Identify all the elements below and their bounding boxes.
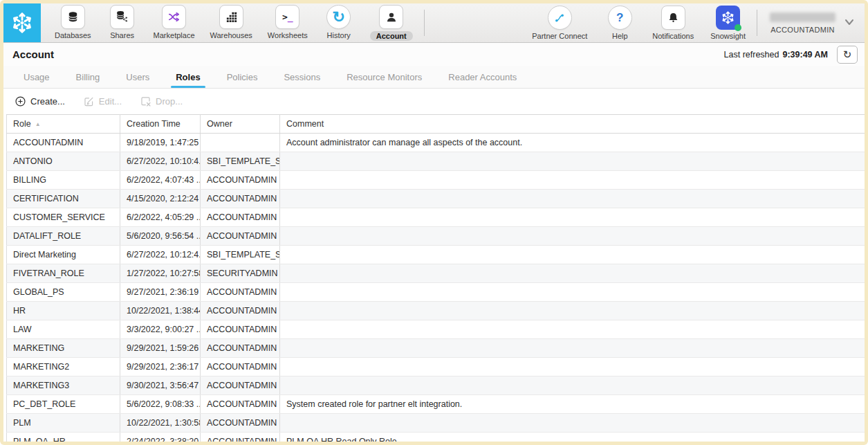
cell-comment (280, 208, 865, 227)
table-row[interactable]: Direct Marketing 6/27/2022, 10:12:4... S… (7, 246, 865, 264)
chevron-down-icon[interactable] (844, 17, 855, 29)
nav-shares[interactable]: Shares (107, 5, 138, 39)
nav-snowsight[interactable]: Snowsight (710, 6, 746, 40)
nav-databases[interactable]: Databases (55, 5, 91, 39)
tab-bar: Usage Billing Users Roles Policies Sessi… (3, 66, 865, 89)
nav-worksheets[interactable]: >_ Worksheets (268, 5, 308, 39)
table-row[interactable]: ACCOUNTADMIN 9/18/2019, 1:47:25 ... Acco… (7, 134, 865, 152)
table-row[interactable]: LAW 3/3/2022, 9:00:27 ... ACCOUNTADMIN (7, 320, 865, 339)
cell-creation-time: 9/29/2021, 2:36:17 ... (120, 358, 201, 376)
table-row[interactable]: DATALIFT_ROLE 5/6/2020, 9:56:54 ... ACCO… (7, 227, 865, 246)
status-green-dot (735, 24, 741, 31)
last-refreshed: Last refreshed 9:39:49 AM ↻ (724, 46, 858, 64)
cell-comment (280, 376, 865, 395)
nav-help[interactable]: ? Help (604, 6, 636, 40)
table-row[interactable]: HR 10/22/2021, 1:38:44... ACCOUNTADMIN (7, 302, 865, 320)
worksheets-icon: >_ (275, 5, 299, 29)
cell-comment (280, 171, 865, 190)
cell-creation-time: 5/6/2020, 9:56:54 ... (120, 227, 201, 246)
marketplace-icon (162, 5, 186, 29)
column-header-comment[interactable]: Comment (280, 115, 865, 134)
tab-sessions[interactable]: Sessions (270, 66, 333, 88)
user-role-label: ACCOUNTADMIN (770, 26, 835, 34)
column-header-role[interactable]: Role▲ (7, 115, 120, 134)
nav-label: Databases (55, 31, 91, 39)
cell-role: DATALIFT_ROLE (7, 227, 120, 246)
cell-creation-time: 6/2/2022, 4:07:43 ... (120, 171, 201, 190)
tab-billing[interactable]: Billing (63, 66, 113, 88)
roles-toolbar: Create... Edit... Drop... (3, 89, 865, 114)
nav-notifications[interactable]: Notifications (652, 6, 694, 40)
cell-owner (201, 134, 280, 152)
nav-history[interactable]: ↻ History (323, 5, 355, 39)
databases-icon (61, 5, 85, 29)
drop-button[interactable]: Drop... (140, 96, 183, 107)
table-header-row: Role▲ Creation Time Owner Comment (7, 115, 865, 134)
cell-role: CUSTOMER_SERVICE (7, 208, 120, 227)
cell-owner: ACCOUNTADMIN (201, 208, 280, 227)
cell-comment: System created role for partner elt inte… (280, 395, 865, 414)
edit-button[interactable]: Edit... (83, 96, 122, 107)
cell-role: PC_DBT_ROLE (7, 395, 120, 414)
table-row[interactable]: ANTONIO 6/27/2022, 10:10:4... SBI_TEMPLA… (7, 152, 865, 171)
roles-table-body: ACCOUNTADMIN 9/18/2019, 1:47:25 ... Acco… (7, 134, 865, 442)
table-row[interactable]: PLM_QA_HR 2/24/2022, 3:38:20... ACCOUNTA… (7, 433, 865, 442)
tab-usage[interactable]: Usage (10, 66, 63, 88)
cell-creation-time: 3/3/2022, 9:00:27 ... (120, 320, 201, 339)
user-menu[interactable]: ACCOUNTADMIN (770, 12, 835, 34)
table-row[interactable]: PLM 10/22/2021, 1:30:58... ACCOUNTADMIN (7, 414, 865, 433)
tab-policies[interactable]: Policies (214, 66, 271, 88)
nav-account[interactable]: Account (370, 5, 413, 41)
cell-creation-time: 1/27/2022, 10:27:58... (120, 264, 201, 283)
nav-label: Notifications (652, 32, 694, 40)
shares-icon (110, 5, 134, 29)
refresh-button[interactable]: ↻ (837, 46, 858, 64)
nav-partner-connect[interactable]: Partner Connect (532, 6, 587, 40)
cell-role: CERTIFICATION (7, 190, 120, 208)
nav-divider (424, 10, 425, 36)
cell-comment (280, 264, 865, 283)
cell-comment (280, 190, 865, 208)
cell-role: FIVETRAN_ROLE (7, 264, 120, 283)
cell-comment (280, 302, 865, 320)
tab-resource-monitors[interactable]: Resource Monitors (333, 66, 435, 88)
table-row[interactable]: CERTIFICATION 4/15/2020, 2:12:24 ... ACC… (7, 190, 865, 208)
table-row[interactable]: MARKETING2 9/29/2021, 2:36:17 ... ACCOUN… (7, 358, 865, 376)
cell-owner: SECURITYADMIN (201, 264, 280, 283)
nav-label: History (327, 31, 351, 39)
cell-owner: SBI_TEMPLATE_SN... (201, 152, 280, 171)
cell-comment (280, 246, 865, 264)
cell-role: ANTONIO (7, 152, 120, 171)
table-row[interactable]: GLOBAL_PS 9/27/2021, 2:36:19 ... ACCOUNT… (7, 283, 865, 302)
column-header-creation-time[interactable]: Creation Time (120, 115, 201, 134)
table-row[interactable]: FIVETRAN_ROLE 1/27/2022, 10:27:58... SEC… (7, 264, 865, 283)
cell-owner: ACCOUNTADMIN (201, 320, 280, 339)
cell-creation-time: 10/22/2021, 1:30:58... (120, 414, 201, 433)
warehouses-icon (219, 5, 243, 29)
snowsight-icon (716, 6, 740, 30)
cell-creation-time: 9/29/2021, 1:59:26 ... (120, 339, 201, 358)
table-row[interactable]: PC_DBT_ROLE 5/6/2022, 9:08:33 ... ACCOUN… (7, 395, 865, 414)
table-row[interactable]: CUSTOMER_SERVICE 6/2/2022, 4:05:29 ... A… (7, 208, 865, 227)
table-row[interactable]: MARKETING3 9/30/2021, 3:56:47 ... ACCOUN… (7, 376, 865, 395)
nav-marketplace[interactable]: Marketplace (154, 5, 195, 39)
table-row[interactable]: BILLING 6/2/2022, 4:07:43 ... ACCOUNTADM… (7, 171, 865, 190)
cell-owner: ACCOUNTADMIN (201, 302, 280, 320)
cell-owner: ACCOUNTADMIN (201, 414, 280, 433)
create-button[interactable]: Create... (15, 96, 65, 107)
partner-connect-icon (548, 6, 572, 30)
account-icon (379, 5, 403, 29)
tab-users[interactable]: Users (113, 66, 163, 88)
cell-creation-time: 6/27/2022, 10:12:4... (120, 246, 201, 264)
table-row[interactable]: MARKETING 9/29/2021, 1:59:26 ... ACCOUNT… (7, 339, 865, 358)
tab-reader-accounts[interactable]: Reader Accounts (435, 66, 530, 88)
snowflake-logo[interactable] (3, 3, 41, 42)
refresh-icon: ↻ (843, 49, 852, 60)
tab-roles[interactable]: Roles (163, 66, 213, 88)
snowflake-icon (10, 11, 34, 35)
edit-pencil-icon (83, 96, 95, 107)
column-header-owner[interactable]: Owner (201, 115, 280, 134)
nav-label-selected: Account (370, 31, 413, 41)
cell-role: MARKETING (7, 339, 120, 358)
nav-warehouses[interactable]: Warehouses (210, 5, 252, 39)
